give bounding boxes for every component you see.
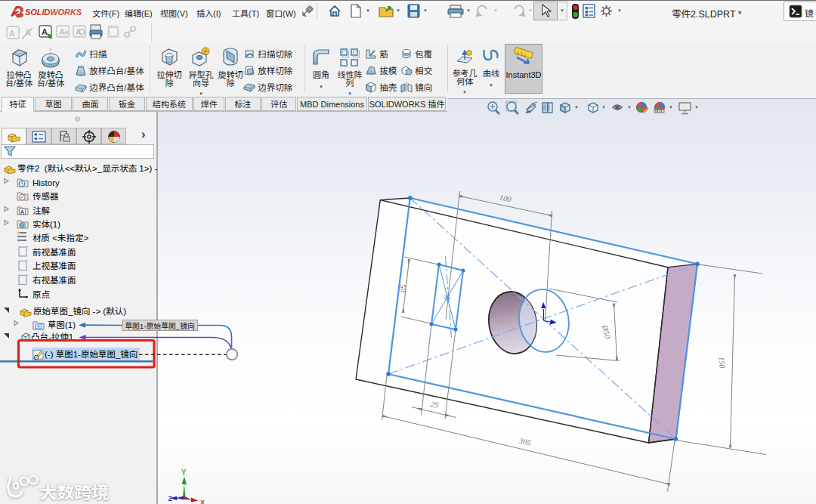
svg-text:▼: ▼: [694, 105, 699, 110]
svg-text:▼: ▼: [627, 105, 632, 110]
svg-text:▼: ▼: [669, 105, 673, 110]
svg-text:A: A: [20, 209, 25, 215]
svg-text:▼: ▼: [601, 105, 606, 110]
svg-text:▼: ▼: [574, 105, 579, 110]
